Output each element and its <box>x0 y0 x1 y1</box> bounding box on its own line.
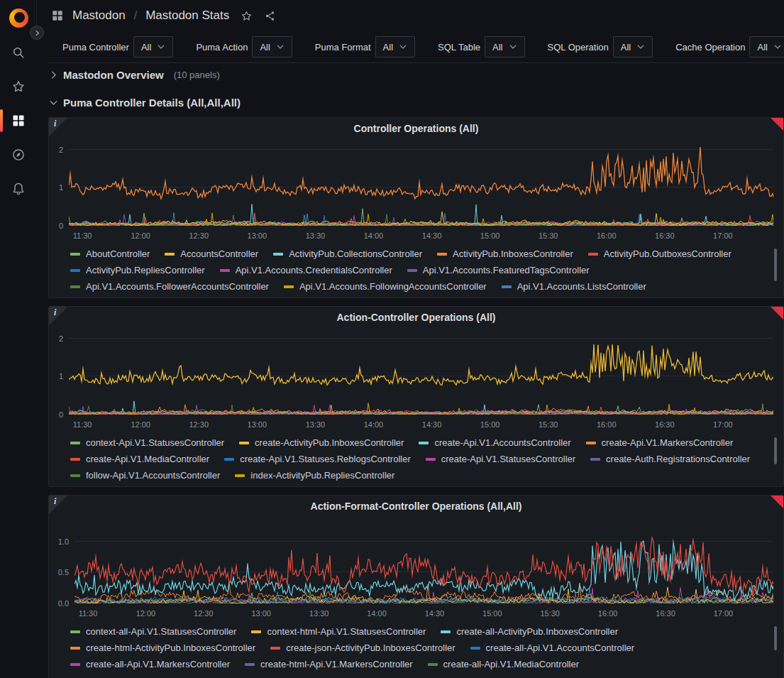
legend-item[interactable]: Api.V1.Accounts.CredentialsController <box>220 265 392 276</box>
legend-item[interactable]: create-Api.V1.AccountsController <box>419 437 570 449</box>
x-tick-label: 13:30 <box>306 420 326 429</box>
variable-current-value: All <box>757 42 767 53</box>
series-name: create-all-Api.V1.AccountsController <box>486 643 635 654</box>
panel-error-corner-icon[interactable] <box>771 496 783 508</box>
sidebar-item-search[interactable] <box>0 35 37 70</box>
y-tick-label: 0 <box>49 410 63 420</box>
panel-error-corner-icon[interactable] <box>771 307 783 319</box>
panel-title[interactable]: Action-Format-Controller Operations (All… <box>49 496 783 517</box>
x-tick-label: 14:30 <box>422 231 442 240</box>
variable-value-dropdown[interactable]: All <box>252 36 292 58</box>
panel-title[interactable]: Controller Operations (All) <box>49 118 783 139</box>
legend-item[interactable]: Api.V1.Accounts.FeaturedTagsController <box>407 265 590 276</box>
series-color-mark <box>70 630 80 633</box>
legend-item[interactable]: index-ActivityPub.RepliesController <box>235 470 394 481</box>
legend-item[interactable]: ActivityPub.OutboxesController <box>588 248 731 260</box>
legend-item[interactable]: follow-Api.V1.AccountsController <box>70 470 220 481</box>
legend-item[interactable]: create-all-Api.V1.MediaController <box>428 659 579 670</box>
chart-plot-area: 0.00.51.011:3012:0012:3013:0013:3014:001… <box>49 517 783 623</box>
time-series-canvas[interactable] <box>69 142 773 226</box>
row-mastodon-overview[interactable]: Mastodon Overview (10 panels) <box>48 62 784 87</box>
legend-item[interactable]: AccountsController <box>165 248 258 260</box>
series-color-mark <box>70 253 80 256</box>
variable-label: Puma Controller <box>62 42 133 53</box>
panel-error-corner-icon[interactable] <box>771 118 783 131</box>
panel-title[interactable]: Action-Controller Operations (All) <box>49 307 783 328</box>
legend-item[interactable]: create-html-ActivityPub.InboxesControlle… <box>70 643 255 654</box>
variable-value-dropdown[interactable]: All <box>749 36 784 58</box>
legend-item[interactable]: AboutController <box>70 248 150 260</box>
x-tick-label: 11:30 <box>79 609 98 618</box>
star-dashboard-button[interactable] <box>241 10 253 22</box>
legend-scrollbar[interactable] <box>774 626 777 650</box>
variable-value-dropdown[interactable]: All <box>485 36 524 58</box>
sidebar-item-explore[interactable] <box>0 138 37 172</box>
series-color-mark <box>251 630 261 633</box>
legend-scrollbar[interactable] <box>774 248 777 281</box>
x-tick-label: 13:30 <box>306 231 326 240</box>
variable-label: SQL Operation <box>548 42 613 53</box>
legend-item[interactable]: ActivityPub.RepliesController <box>70 265 205 276</box>
legend-item[interactable]: create-all-Api.V1.AccountsController <box>470 643 635 654</box>
legend-item[interactable]: ActivityPub.CollectionsController <box>273 248 422 260</box>
legend-item[interactable]: create-Auth.RegistrationsController <box>590 454 750 465</box>
legend-item[interactable]: create-Api.V1.MediaController <box>70 454 209 465</box>
x-tick-label: 15:30 <box>539 231 558 240</box>
x-tick-label: 16:30 <box>656 609 675 618</box>
breadcrumb-app[interactable]: Mastodon <box>72 9 126 23</box>
series-color-mark <box>165 253 175 256</box>
variable-value-dropdown[interactable]: All <box>133 36 173 58</box>
share-dashboard-button[interactable] <box>264 10 276 22</box>
x-tick-label: 12:00 <box>131 231 150 240</box>
legend-item[interactable]: ActivityPub.InboxesController <box>437 248 573 260</box>
time-series-canvas[interactable] <box>74 520 773 603</box>
panel-action-controller-operations: i Action-Controller Operations (All) 012… <box>48 306 784 487</box>
legend-item[interactable]: create-Api.V1.Statuses.ReblogsController <box>224 454 411 465</box>
legend-item[interactable]: create-all-Api.V1.MarkersController <box>70 659 230 670</box>
variable-puma-action: Puma ActionAll <box>196 36 292 58</box>
nav-sidebar <box>0 0 37 35</box>
sidebar-item-alerting[interactable] <box>0 172 37 206</box>
legend-item[interactable]: create-html-Api.V1.MarkersController <box>245 659 413 670</box>
x-tick-label: 15:00 <box>480 231 500 240</box>
legend-item[interactable]: create-ActivityPub.InboxesController <box>239 437 404 449</box>
series-name: Api.V1.Accounts.FeaturedTagsController <box>423 265 590 276</box>
legend-item[interactable]: context-html-Api.V1.StatusesController <box>251 626 426 638</box>
sidebar-nav <box>0 35 37 206</box>
series-name: create-json-ActivityPub.InboxesControlle… <box>286 643 455 654</box>
series-color-mark <box>284 285 294 288</box>
sidebar-item-dashboards[interactable] <box>0 104 37 138</box>
legend-item[interactable]: create-json-ActivityPub.InboxesControlle… <box>270 643 455 654</box>
series-color-mark <box>502 285 512 288</box>
variable-label: SQL Table <box>438 42 485 53</box>
bell-icon <box>11 182 26 196</box>
variable-value-dropdown[interactable]: All <box>375 36 415 58</box>
variable-value-dropdown[interactable]: All <box>613 36 653 58</box>
y-tick-label: 0 <box>49 221 63 231</box>
legend-item[interactable]: create-all-ActivityPub.InboxesController <box>441 626 618 638</box>
series-color-mark <box>70 647 80 650</box>
legend-item[interactable]: Api.V1.Accounts.FollowerAccountsControll… <box>70 281 269 292</box>
legend-item[interactable]: Api.V1.Accounts.FollowingAccountsControl… <box>284 281 487 292</box>
legend-scrollbar[interactable] <box>774 437 777 464</box>
sidebar-expand-toggle[interactable] <box>30 26 44 40</box>
legend-item[interactable]: create-Api.V1.MarkersController <box>586 437 734 449</box>
x-tick-label: 17:00 <box>713 420 733 429</box>
series-color-mark <box>586 442 596 444</box>
legend-item[interactable]: context-Api.V1.StatusesController <box>70 437 224 449</box>
chevron-right-icon <box>48 70 59 80</box>
series-color-mark <box>220 269 230 272</box>
legend-item[interactable]: create-Api.V1.StatusesController <box>426 454 575 465</box>
x-tick-label: 16:30 <box>655 420 675 429</box>
variable-sql-table: SQL TableAll <box>438 36 524 58</box>
x-tick-label: 14:00 <box>367 609 387 618</box>
time-series-canvas[interactable] <box>69 331 773 415</box>
row-puma-controller-details[interactable]: Puma Controller Details (All,All,All) <box>48 89 784 115</box>
x-tick-label: 15:00 <box>480 420 500 429</box>
legend-item[interactable]: Api.V1.Accounts.ListsController <box>502 281 646 292</box>
legend-items: context-Api.V1.StatusesControllercreate-… <box>70 437 765 481</box>
sidebar-item-starred[interactable] <box>0 70 37 104</box>
x-tick-label: 12:30 <box>194 609 214 618</box>
series-name: Api.V1.Accounts.CredentialsController <box>236 265 392 276</box>
legend-item[interactable]: context-all-Api.V1.StatusesController <box>70 626 236 638</box>
